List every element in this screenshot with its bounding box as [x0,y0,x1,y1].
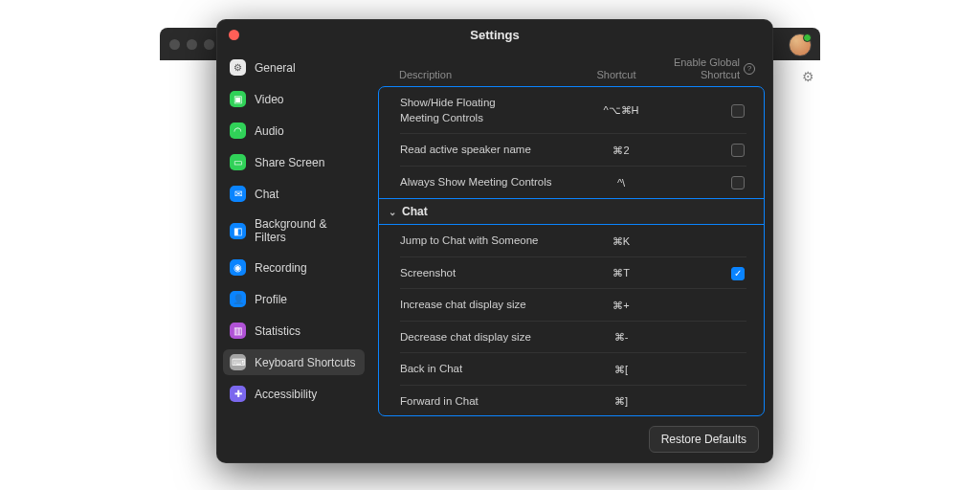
shortcut-keys[interactable]: ^⌥⌘H [578,104,664,117]
shortcut-keys[interactable]: ^\ [578,177,664,189]
shortcut-row[interactable]: Jump to Chat with Someone⌘K [379,225,764,257]
chevron-down-icon: ⌄ [389,207,396,217]
help-icon[interactable]: ? [744,63,755,75]
shortcut-description: Always Show Meeting Controls [400,175,578,190]
shortcut-keys[interactable]: ⌘+ [578,300,664,312]
shortcut-keys[interactable]: ⌘] [578,395,664,408]
sidebar-item-chat[interactable]: ✉Chat [223,181,365,207]
sidebar-item-label: Keyboard Shortcuts [255,356,355,369]
shortcut-row[interactable]: Back in Chat⌘[ [379,353,764,386]
sidebar-item-label: Recording [255,261,307,275]
statistics-icon: ▥ [230,323,246,339]
shortcut-row[interactable]: Screenshot⌘T✓ [379,257,764,290]
shortcut-keys[interactable]: ⌘2 [578,145,664,157]
close-icon[interactable] [229,30,239,40]
profile-icon: 👤 [230,291,246,307]
shortcut-row[interactable]: Forward in Chat⌘] [379,386,764,416]
audio-icon: ◠ [230,122,246,139]
shortcut-description: Jump to Chat with Someone [400,234,578,249]
traffic-dot-disabled [187,39,197,50]
accessibility-icon: ✚ [230,386,246,402]
sidebar-item-background-filters[interactable]: ◧Background & Filters [223,212,365,249]
window-title: Settings [470,28,519,42]
shortcut-keys[interactable]: ⌘K [578,235,664,248]
content-pane: Description Shortcut Enable Global Short… [370,49,772,462]
shortcut-description: Back in Chat [400,362,578,377]
section-header-chat[interactable]: ⌄ Chat [379,198,764,225]
sidebar: ⚙General▣Video◠Audio▭Share Screen✉Chat◧B… [217,49,370,462]
shortcut-keys[interactable]: ⌘T [578,267,664,279]
sidebar-item-video[interactable]: ▣Video [223,86,365,112]
shortcut-keys[interactable]: ⌘- [578,331,664,344]
sidebar-item-label: General [255,61,296,75]
traffic-dot-disabled [169,39,180,50]
footer: Restore Defaults [370,416,772,462]
titlebar: Settings [217,20,772,49]
background-filters-icon: ◧ [230,223,246,239]
shortcut-row[interactable]: Decrease chat display size⌘- [379,322,764,354]
settings-window: Settings ⚙General▣Video◠Audio▭Share Scre… [216,19,773,463]
enable-global-checkbox[interactable] [731,144,745,157]
recording-icon: ◉ [230,259,246,276]
shortcut-row[interactable]: Show/Hide FloatingMeeting Controls^⌥⌘H [379,87,764,134]
background-traffic-lights [169,39,214,50]
shortcut-description: Read active speaker name [400,143,578,158]
sidebar-item-share-screen[interactable]: ▭Share Screen [223,149,365,175]
column-headers: Description Shortcut Enable Global Short… [370,49,772,86]
section-label: Chat [402,205,428,218]
sidebar-item-label: Accessibility [255,388,317,401]
col-enable-global: Enable Global Shortcut ? [674,56,755,80]
shortcut-row[interactable]: Increase chat display size⌘+ [379,289,764,322]
keyboard-shortcuts-icon: ⌨ [230,354,246,370]
video-icon: ▣ [230,91,246,107]
sidebar-item-general[interactable]: ⚙General [223,55,365,80]
sidebar-item-label: Background & Filters [255,217,358,244]
col-description: Description [399,69,573,80]
shortcut-description: Decrease chat display size [400,330,578,345]
shortcut-description: Screenshot [400,266,578,281]
enable-global-checkbox[interactable] [731,104,745,118]
chat-icon: ✉ [230,186,246,202]
sidebar-item-recording[interactable]: ◉Recording [223,255,365,280]
col-shortcut: Shortcut [573,69,659,80]
enable-global-checkbox[interactable]: ✓ [731,267,745,280]
shortcut-row[interactable]: Always Show Meeting Controls^\ [379,167,764,199]
sidebar-item-label: Video [255,93,283,106]
shortcut-list: Show/Hide FloatingMeeting Controls^⌥⌘HRe… [378,86,765,416]
sidebar-item-label: Share Screen [255,156,324,169]
shortcut-row[interactable]: Read active speaker name⌘2 [379,134,764,167]
gear-icon[interactable]: ⚙ [802,69,814,84]
general-icon: ⚙ [230,59,246,76]
sidebar-item-label: Audio [255,124,284,138]
sidebar-item-accessibility[interactable]: ✚Accessibility [223,381,365,407]
shortcut-description: Increase chat display size [400,298,578,313]
shortcut-description: Forward in Chat [400,394,578,410]
shortcut-keys[interactable]: ⌘[ [578,364,664,376]
sidebar-item-profile[interactable]: 👤Profile [223,286,365,312]
sidebar-item-keyboard-shortcuts[interactable]: ⌨Keyboard Shortcuts [223,349,365,375]
traffic-dot-disabled [204,39,214,50]
sidebar-item-audio[interactable]: ◠Audio [223,118,365,144]
sidebar-item-statistics[interactable]: ▥Statistics [223,318,365,344]
share-screen-icon: ▭ [230,154,246,170]
sidebar-item-label: Profile [255,293,287,306]
sidebar-item-label: Chat [255,188,278,201]
restore-defaults-button[interactable]: Restore Defaults [649,426,759,453]
shortcut-description: Show/Hide FloatingMeeting Controls [400,96,578,125]
avatar[interactable] [789,33,812,56]
enable-global-checkbox[interactable] [731,176,745,189]
sidebar-item-label: Statistics [255,324,301,338]
